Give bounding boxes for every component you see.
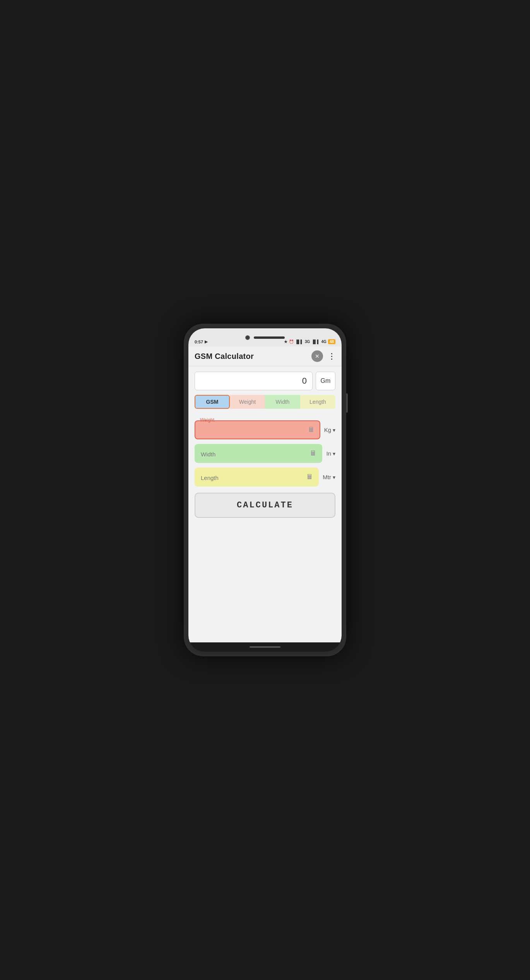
bottom-bar	[188, 642, 342, 652]
signal-4g: 4G	[321, 340, 327, 344]
weight-unit-select[interactable]: Kg ▾	[324, 427, 335, 433]
app-content: 0 Gm GSM Weight Width Length	[188, 366, 342, 642]
weight-input[interactable]	[196, 422, 308, 438]
close-button[interactable]: ✕	[311, 350, 323, 362]
app-bar-actions: ✕ ⋮	[311, 350, 335, 362]
app-title: GSM Calculator	[195, 352, 254, 361]
alarm-icon: ⏰	[289, 340, 294, 344]
status-right: ★ ⏰ ▐▌▌ 3G ▐▌▌ 4G 48	[284, 339, 335, 344]
phone-frame: 0:57 ▶ ★ ⏰ ▐▌▌ 3G ▐▌▌ 4G 48 GSM Calculat…	[184, 324, 346, 656]
signal-bars-1: ▐▌▌	[295, 340, 303, 344]
length-input-row: 🖩	[196, 469, 317, 485]
unit-label: Gm	[321, 377, 331, 384]
width-chevron-icon: ▾	[333, 451, 335, 457]
close-icon: ✕	[315, 353, 320, 359]
weight-input-wrap: Weight 🖩	[195, 420, 320, 439]
length-field-row: 🖩 Mtr ▾	[195, 468, 335, 487]
length-input[interactable]	[196, 469, 306, 485]
signal-bars-2: ▐▌▌	[311, 340, 320, 344]
tab-gsm[interactable]: GSM	[195, 395, 230, 409]
length-chevron-icon: ▾	[333, 474, 335, 480]
mode-tabs: GSM Weight Width Length	[195, 395, 335, 409]
unit-display: Gm	[316, 372, 335, 390]
width-field-row: 🖩 In ▾	[195, 444, 335, 463]
weight-field-row: Weight 🖩 Kg ▾	[195, 420, 335, 439]
display-row: 0 Gm	[195, 372, 335, 390]
length-input-wrap: 🖩	[195, 468, 319, 487]
camera-dot	[245, 335, 250, 340]
spacer	[195, 413, 335, 416]
bluetooth-icon: ★	[284, 340, 287, 344]
more-icon: ⋮	[328, 352, 335, 360]
app-bar: GSM Calculator ✕ ⋮	[188, 347, 342, 366]
status-left: 0:57 ▶	[195, 340, 208, 344]
weight-float-label: Weight	[199, 417, 215, 423]
calculate-button[interactable]: CALCULATE	[195, 493, 335, 518]
speaker-bar	[254, 336, 285, 339]
signal-3g: 3G	[305, 340, 310, 344]
width-unit-label: In	[326, 450, 331, 457]
tab-weight[interactable]: Weight	[230, 395, 265, 409]
width-unit-select[interactable]: In ▾	[326, 450, 335, 457]
width-input[interactable]	[196, 446, 310, 461]
home-indicator[interactable]	[250, 646, 280, 648]
calculate-label: CALCULATE	[237, 500, 293, 510]
length-unit-label: Mtr	[323, 474, 331, 480]
tab-width[interactable]: Width	[265, 395, 300, 409]
more-button[interactable]: ⋮	[328, 352, 335, 361]
length-unit-select[interactable]: Mtr ▾	[323, 474, 335, 480]
weight-calc-icon[interactable]: 🖩	[308, 422, 319, 438]
tab-length[interactable]: Length	[300, 395, 335, 409]
side-button	[346, 393, 348, 413]
weight-chevron-icon: ▾	[333, 427, 335, 433]
status-time: 0:57	[195, 340, 203, 344]
camera-area	[245, 335, 285, 340]
width-input-wrap: 🖩	[195, 444, 322, 463]
phone-screen: 0:57 ▶ ★ ⏰ ▐▌▌ 3G ▐▌▌ 4G 48 GSM Calculat…	[188, 328, 342, 652]
length-calc-icon[interactable]: 🖩	[306, 469, 317, 485]
play-icon: ▶	[205, 340, 208, 344]
width-calc-icon[interactable]: 🖩	[310, 446, 321, 461]
weight-unit-label: Kg	[324, 427, 331, 433]
width-input-row: 🖩	[196, 446, 321, 461]
battery-badge: 48	[328, 339, 335, 344]
display-input[interactable]: 0	[195, 372, 313, 390]
weight-input-row: 🖩	[196, 422, 319, 438]
